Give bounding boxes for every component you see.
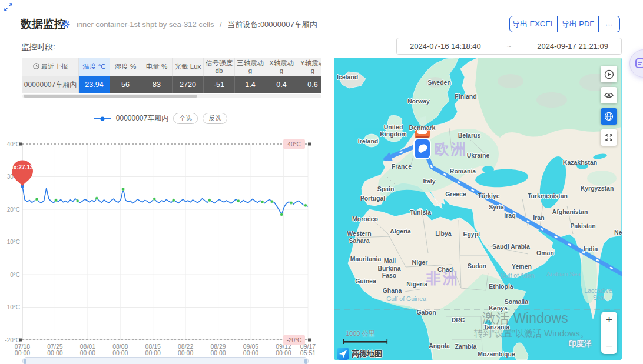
windows-watermark-line1: 激活 Windows <box>482 309 568 328</box>
expand-arrows-icon[interactable] <box>4 2 13 14</box>
sensor-value-cell-7[interactable]: 0.6 <box>297 76 322 93</box>
table-header-label: 信号强度 db <box>205 59 233 75</box>
threshold-label: -20°C <box>287 337 302 343</box>
table-header-8[interactable]: Y轴震动 g <box>297 58 322 76</box>
anomaly-point[interactable] <box>237 199 240 202</box>
floating-assistant-button[interactable] <box>629 49 643 78</box>
table-header-3[interactable]: 电量 % <box>141 58 173 76</box>
map-panel[interactable]: IcelandSwedenNorwayFinlandUnited Kingdom… <box>334 58 622 360</box>
export-pdf-button[interactable]: 导出 PDF <box>558 16 599 32</box>
markline-cap <box>19 339 22 342</box>
y-axis-tick-label: 40°C <box>7 141 20 148</box>
date-range-start[interactable]: 2024-07-16 14:18:40 <box>410 42 481 51</box>
fullscreen-button[interactable] <box>601 129 617 146</box>
x-axis-time-label: 00:00 <box>276 349 291 356</box>
sensor-value-cell-4[interactable]: -51 <box>204 76 235 93</box>
table-data-row[interactable]: 00000007车厢内23.9456832720-511.40.40.6 <box>22 76 322 93</box>
datazoom-left-handle[interactable] <box>24 359 26 364</box>
max-markpoint-label: max:27.13°C <box>5 164 40 171</box>
table-scrollbar-thumb[interactable] <box>24 95 197 98</box>
basemap-globe-button[interactable] <box>601 108 617 125</box>
visibility-button[interactable] <box>601 87 617 103</box>
more-actions-button[interactable]: ··· <box>599 16 620 32</box>
notes-icon <box>634 57 643 70</box>
sensor-value-cell-2[interactable]: 83 <box>141 76 173 93</box>
playback-button[interactable] <box>601 66 617 82</box>
markline-cap <box>308 143 311 146</box>
anomaly-point[interactable] <box>208 199 211 202</box>
table-header-2[interactable]: 湿度 % <box>110 58 141 76</box>
markline-cap <box>19 143 22 146</box>
anomaly-point[interactable] <box>290 201 293 204</box>
table-header-7[interactable]: X轴震动 g <box>266 58 297 76</box>
export-button-group: 导出 EXCEL 导出 PDF ··· <box>509 16 620 32</box>
date-range-separator: ~ <box>507 42 512 51</box>
anomaly-point[interactable] <box>35 198 38 201</box>
fullscreen-icon <box>604 133 614 142</box>
temperature-line-chart[interactable]: 40°C30°C20°C10°C0°C-10°C-20°C07/1800:000… <box>0 135 321 364</box>
select-all-button[interactable]: 全选 <box>173 113 198 124</box>
map-land-ireland <box>364 134 379 147</box>
y-axis-tick-label: 10°C <box>7 239 20 245</box>
anomaly-point[interactable] <box>95 197 98 200</box>
anomaly-point[interactable] <box>122 188 125 191</box>
anomaly-point[interactable] <box>172 199 175 202</box>
sensor-value-cell-3[interactable]: 2720 <box>173 76 204 93</box>
table-header-label: 三轴震动 g <box>236 59 264 75</box>
sensor-value-cell-1[interactable]: 56 <box>110 76 141 93</box>
table-header-label: Y轴震动 g <box>299 59 322 75</box>
anomaly-point[interactable] <box>54 199 57 202</box>
breadcrumb-shipment: inner container-1st shpt by sea-312 cell… <box>77 20 214 29</box>
truck-icon <box>415 126 430 138</box>
page: 数据监控 inner container-1st shpt by sea-312… <box>0 0 643 364</box>
anomaly-point[interactable] <box>76 199 79 202</box>
table-header-5[interactable]: 信号强度 db <box>204 58 235 76</box>
zoom-out-button[interactable]: − <box>606 340 612 352</box>
export-excel-button[interactable]: 导出 EXCEL <box>509 16 558 32</box>
sensor-value-cell-6[interactable]: 0.4 <box>266 76 297 93</box>
gear-icon[interactable] <box>61 19 71 31</box>
zoom-divider <box>604 333 614 333</box>
map-attribution: 高德地图 <box>337 348 382 360</box>
map-scandinavia-mottle <box>426 77 445 88</box>
anomaly-point[interactable] <box>280 213 283 216</box>
breadcrumb: inner container-1st shpt by sea-312 cell… <box>77 19 317 30</box>
table-header-1[interactable]: 温度 °C <box>79 58 110 76</box>
table-header-6[interactable]: 三轴震动 g <box>235 58 266 76</box>
breadcrumb-separator: / <box>220 20 222 29</box>
datazoom-right-handle[interactable] <box>304 359 307 364</box>
page-title: 数据监控 <box>21 16 65 32</box>
anomaly-point[interactable] <box>270 200 273 203</box>
date-range-end[interactable]: 2024-09-17 21:21:09 <box>537 42 608 51</box>
recent-report-clock-icon <box>33 63 41 71</box>
table-header-label: 温度 °C <box>82 63 105 71</box>
legend-series-label[interactable]: 00000007车厢内 <box>116 113 168 123</box>
anomaly-point[interactable] <box>304 204 307 207</box>
invert-select-button[interactable]: 反选 <box>203 113 227 124</box>
x-axis-time-label: 00:00 <box>112 349 128 356</box>
eye-icon <box>604 90 614 101</box>
map-canvas[interactable] <box>334 58 622 360</box>
chart-datazoom-slider[interactable] <box>22 357 309 364</box>
anomaly-point[interactable] <box>261 201 264 203</box>
temperature-series-line[interactable] <box>22 186 308 215</box>
table-header-4[interactable]: 光敏 Lux <box>173 58 204 76</box>
table-header-label: 最近上报 <box>41 63 68 71</box>
x-axis-time-label: 00:00 <box>210 349 226 356</box>
globe-icon <box>604 111 614 122</box>
device-name-cell[interactable]: 00000007车厢内 <box>22 76 79 93</box>
sensor-value-cell-0[interactable]: 23.94 <box>79 76 110 93</box>
y-axis-tick-label: -10°C <box>5 304 20 310</box>
x-axis-time-label: 00:00 <box>243 349 258 356</box>
zoom-in-button[interactable]: + <box>606 314 612 325</box>
device-marker[interactable] <box>414 126 430 159</box>
date-range-picker[interactable]: 2024-07-16 14:18:40 ~ 2024-09-17 21:21:0… <box>396 38 622 55</box>
period-label: 监控时段: <box>21 42 55 52</box>
anomaly-point[interactable] <box>153 198 156 201</box>
legend-line-icon[interactable] <box>94 116 111 122</box>
chart-legend: 00000007车厢内 全选 反选 <box>0 113 321 124</box>
x-axis-time-label: 00:00 <box>145 349 161 356</box>
markline-cap <box>308 339 311 342</box>
sensor-value-cell-5[interactable]: 1.4 <box>235 76 266 93</box>
table-scrollbar[interactable] <box>22 94 322 98</box>
